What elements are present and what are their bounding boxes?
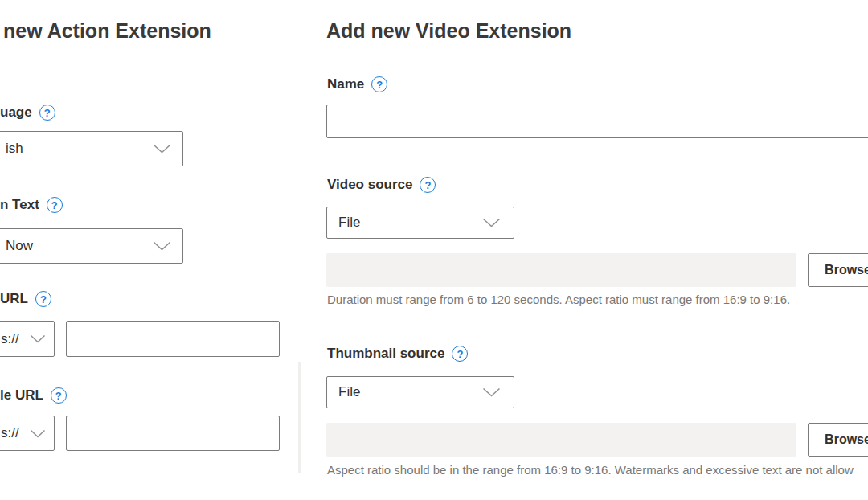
mobile-url-protocol-select[interactable]: s:// bbox=[0, 416, 55, 451]
thumbnail-source-label: Thumbnail source ? bbox=[327, 346, 468, 362]
language-select[interactable]: ish bbox=[0, 131, 183, 166]
thumbnail-file-path-input bbox=[326, 423, 796, 457]
thumbnail-source-label-text: Thumbnail source bbox=[327, 346, 444, 362]
mobile-url-protocol-value: s:// bbox=[1, 425, 19, 441]
mobile-url-label: le URL ? bbox=[0, 387, 67, 404]
panel-divider bbox=[298, 362, 301, 473]
video-source-select[interactable]: File bbox=[326, 207, 514, 239]
help-icon[interactable]: ? bbox=[47, 197, 63, 213]
help-icon[interactable]: ? bbox=[35, 291, 51, 307]
final-url-protocol-select[interactable]: s:// bbox=[0, 321, 55, 357]
chevron-down-icon bbox=[30, 334, 46, 343]
final-url-protocol-value: s:// bbox=[1, 331, 19, 347]
chevron-down-icon bbox=[482, 387, 501, 397]
video-browse-button[interactable]: Browse bbox=[808, 253, 868, 287]
chevron-down-icon bbox=[30, 429, 46, 438]
action-text-label: n Text ? bbox=[0, 197, 63, 213]
thumbnail-source-helper-text: Aspect ratio should be in the range from… bbox=[327, 463, 854, 477]
video-source-label: Video source ? bbox=[327, 177, 436, 193]
chevron-down-icon bbox=[482, 218, 501, 227]
language-label-text: uage bbox=[0, 105, 32, 121]
language-label: uage ? bbox=[0, 105, 55, 121]
final-url-input[interactable] bbox=[66, 321, 280, 357]
final-url-label-text: URL bbox=[0, 291, 28, 307]
video-source-select-value: File bbox=[338, 215, 360, 231]
thumbnail-browse-button[interactable]: Browse bbox=[808, 423, 868, 457]
name-label-text: Name bbox=[327, 76, 364, 92]
help-icon[interactable]: ? bbox=[452, 346, 468, 362]
action-text-label-text: n Text bbox=[0, 197, 39, 213]
final-url-label: URL ? bbox=[0, 291, 51, 307]
name-label: Name ? bbox=[327, 76, 387, 92]
thumbnail-source-select[interactable]: File bbox=[326, 376, 514, 408]
action-text-select-value: Now bbox=[6, 238, 33, 254]
mobile-url-input[interactable] bbox=[66, 416, 280, 451]
action-extension-title: new Action Extension bbox=[3, 19, 211, 43]
mobile-url-label-text: le URL bbox=[0, 387, 43, 404]
help-icon[interactable]: ? bbox=[39, 105, 55, 121]
chevron-down-icon bbox=[153, 144, 171, 154]
language-select-value: ish bbox=[6, 141, 23, 157]
video-extension-title: Add new Video Extension bbox=[326, 19, 571, 43]
add-extension-forms: new Action Extension uage ? ish n Text ?… bbox=[0, 0, 868, 500]
video-source-helper-text: Duration must range from 6 to 120 second… bbox=[327, 293, 790, 306]
help-icon[interactable]: ? bbox=[420, 177, 436, 193]
chevron-down-icon bbox=[153, 241, 171, 251]
video-source-label-text: Video source bbox=[327, 177, 412, 193]
name-input[interactable] bbox=[326, 105, 868, 138]
help-icon[interactable]: ? bbox=[371, 76, 387, 92]
video-file-path-input bbox=[326, 253, 796, 287]
help-icon[interactable]: ? bbox=[51, 387, 67, 404]
thumbnail-source-select-value: File bbox=[338, 384, 360, 400]
action-text-select[interactable]: Now bbox=[0, 228, 183, 264]
